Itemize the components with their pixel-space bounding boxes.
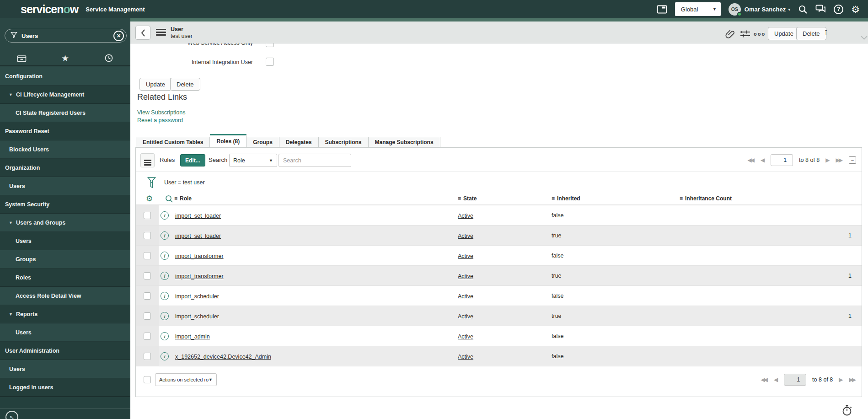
filter-icon[interactable] [147,177,156,190]
search-icon[interactable] [798,5,808,14]
sidebar-item-users[interactable]: Users [0,177,130,195]
attachment-icon[interactable] [725,29,735,41]
role-link[interactable]: import_scheduler [175,293,219,300]
sidebar-item-users-and-groups[interactable]: ▼Users and Groups [0,214,130,232]
navigator-search[interactable]: Users × [5,29,127,43]
list-gear-icon[interactable]: ⚙ [146,194,153,204]
tab-roles-8-[interactable]: Roles (8) [210,134,246,147]
sidebar-item-ci-state-registered-users[interactable]: CI State Registered Users [0,104,130,122]
collapse-list-icon[interactable]: − [849,156,856,164]
role-link[interactable]: import_admin [175,333,210,340]
row-checkbox[interactable] [144,212,151,219]
row-checkbox[interactable] [144,272,151,279]
next-page-icon[interactable]: ▶ [825,157,830,163]
tab-groups[interactable]: Groups [246,137,279,147]
internal-integration-user-checkbox[interactable] [266,58,274,66]
page-number-input[interactable] [771,154,793,166]
first-page-icon[interactable]: ◀◀ [747,157,754,163]
next-page-icon[interactable]: ▶ [839,377,843,382]
row-checkbox[interactable] [144,232,151,239]
list-context-menu-icon[interactable] [140,153,155,167]
role-link[interactable]: import_transformer [175,253,224,259]
scroll-to-top-icon[interactable]: ↑ [824,27,828,37]
sidebar-item-reports[interactable]: ▼Reports [0,305,130,323]
list-search-input[interactable] [279,154,351,167]
record-preview-icon[interactable]: i [161,272,169,280]
history-icon[interactable] [87,51,130,65]
row-checkbox[interactable] [144,333,151,340]
page-number-input[interactable] [784,374,806,386]
update-button[interactable]: Update [139,78,171,91]
edit-button[interactable]: Edit... [180,154,205,167]
sidebar-item-blocked-users[interactable]: Blocked Users [0,140,130,159]
search-column-select[interactable]: Role ▼ [229,154,277,167]
column-header-role[interactable]: ≡Role [174,195,192,202]
sidebar-item-users[interactable]: Users [0,360,130,378]
column-header-state[interactable]: ≡State [458,195,477,202]
update-button-header[interactable]: Update [768,27,800,40]
sidebar-item-system-security[interactable]: System Security [0,195,130,214]
previous-page-icon[interactable]: ◀ [761,157,765,163]
sidebar-item-organization[interactable]: Organization [0,159,130,177]
user-menu[interactable]: OS Omar Sanchez ▾ [729,3,790,16]
state-link[interactable]: Active [458,213,473,219]
sidebar-item-user-administration[interactable]: User Administration [0,342,130,360]
record-preview-icon[interactable]: i [161,292,169,300]
delete-button[interactable]: Delete [170,78,200,91]
role-link[interactable]: import_set_loader [175,213,221,219]
clear-search-icon[interactable]: × [113,31,124,41]
last-page-icon[interactable]: ▶▶ [836,157,843,163]
tab-manage-subscriptions[interactable]: Manage Subscriptions [369,137,440,147]
sidebar-item-users[interactable]: Users [0,232,130,250]
all-applications-icon[interactable] [0,51,43,65]
reset-password-link[interactable]: Reset a password [137,117,183,124]
column-search-icon[interactable] [165,195,173,205]
sidebar-item-groups[interactable]: Groups [0,250,130,269]
row-checkbox[interactable] [144,312,151,320]
record-preview-icon[interactable]: i [161,252,169,260]
sidebar-item-ci-lifecycle-management[interactable]: ▼CI Lifecycle Management [0,86,130,104]
more-options-icon[interactable]: ooo [754,31,766,37]
breadcrumb-filter[interactable]: User = test user [164,179,205,186]
favorites-icon[interactable]: ★ [43,51,87,65]
help-icon[interactable]: ? [834,5,843,14]
record-preview-icon[interactable]: i [161,231,169,240]
response-time-icon[interactable] [842,405,852,418]
row-checkbox[interactable] [144,353,151,360]
role-link[interactable]: x_192652_device42.Device42_Admin [175,354,271,360]
form-context-menu-icon[interactable] [156,29,166,36]
record-preview-icon[interactable]: i [161,211,169,220]
tab-delegates[interactable]: Delegates [279,137,319,147]
state-link[interactable]: Active [458,233,473,239]
chat-icon[interactable] [815,5,826,14]
record-preview-icon[interactable]: i [161,312,169,320]
state-link[interactable]: Active [458,293,473,300]
last-page-icon[interactable]: ▶▶ [849,377,856,382]
column-header-inherited[interactable]: ≡Inherited [552,195,580,202]
application-scope-select[interactable]: Global ▼ [675,2,721,16]
window-switch-icon[interactable] [657,5,667,14]
back-button[interactable] [135,26,150,40]
state-link[interactable]: Active [458,273,473,279]
role-link[interactable]: import_scheduler [175,313,219,320]
row-checkbox[interactable] [144,292,151,300]
view-subscriptions-link[interactable]: View Subscriptions [137,109,185,116]
previous-page-icon[interactable]: ◀ [774,377,778,382]
sidebar-item-roles[interactable]: Roles [0,269,130,287]
first-page-icon[interactable]: ◀◀ [761,377,767,382]
tab-entitled-custom-tables[interactable]: Entitled Custom Tables [136,137,210,147]
sidebar-item-access-role-detail-view[interactable]: Access Role Detail View [0,287,130,305]
column-header-inheritance-count[interactable]: ≡Inheritance Count [680,195,732,202]
row-checkbox[interactable] [144,252,151,259]
sidebar-item-users[interactable]: Users [0,323,130,342]
tab-subscriptions[interactable]: Subscriptions [319,137,369,147]
personalize-form-icon[interactable] [740,30,750,40]
sidebar-item-logged-in-users[interactable]: Logged in users [0,378,130,397]
state-link[interactable]: Active [458,253,473,259]
delete-button-header[interactable]: Delete [796,27,826,40]
role-link[interactable]: import_set_loader [175,233,221,239]
record-preview-icon[interactable]: i [161,352,169,360]
gear-icon[interactable]: ⚙ [851,5,860,14]
role-link[interactable]: import_transformer [175,273,224,279]
sidebar-item-configuration[interactable]: Configuration [0,67,130,86]
